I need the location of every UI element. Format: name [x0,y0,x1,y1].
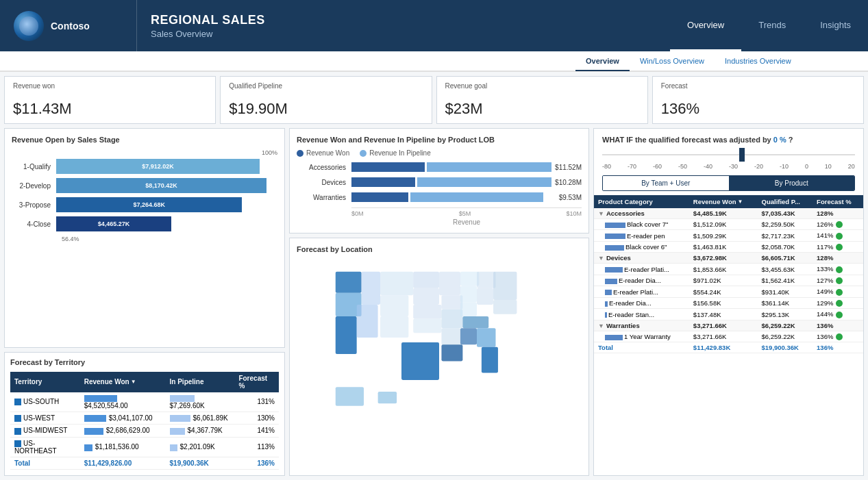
slider-track[interactable] [602,148,855,162]
kpi-revenue-won-label: Revenue won [13,82,207,90]
state-hi [378,392,397,403]
revenue-chart-card: Revenue Won and Revenue In Pipeline by P… [289,128,589,233]
forecast-territory-card: Forecast by Territory Territory Revenue … [4,352,285,476]
checkbox[interactable] [14,415,21,422]
table-row: E-reader Dia... $156.58K $361.14K 129% [594,297,863,308]
kpi-forecast-value: 136% [661,100,855,118]
total-row: Total $11,429.83K $19,900.36K 136% [594,342,863,353]
mini-bar [605,290,612,295]
bar-group-accessories [351,162,551,172]
green-dot [836,289,843,296]
kpi-revenue-goal-value: $23M [445,100,639,118]
legend-pipeline: Revenue In Pipeline [360,149,431,157]
bar-4close: $4,465.27K [56,216,171,231]
legend-dot-pipeline [360,150,367,157]
sub-tab-winloss[interactable]: Win/Loss Overview [630,52,715,71]
sub-tab-overview[interactable]: Overview [575,52,630,71]
sub-nav: Overview Win/Loss Overview Industries Ov… [0,51,868,72]
bar-group-warranties [351,192,556,202]
slider-line [602,154,855,155]
th-qualified-p: Qualified P... [758,195,813,208]
rev-bar [84,428,103,435]
mini-bar [605,335,623,340]
mini-bar [605,312,607,318]
kpi-revenue-goal-label: Revenue goal [445,82,639,90]
toggle-row: By Team + User By Product [602,175,855,191]
state-ak [336,388,364,407]
mini-bar [605,267,623,273]
bar-row-devices: Devices $10.28M [297,177,582,187]
state-wy [380,295,408,316]
th-revenue-won: Revenue Won ▼ [689,195,758,208]
table-row: 1 Year Warranty $3,271.66K $6,259.22K 13… [594,331,863,342]
forecast-territory-title: Forecast by Territory [10,358,279,366]
whatif-qmark: ? [789,136,793,144]
logo-text: Contoso [51,21,90,31]
stage-bars: 1-Qualify $7,912.02K 2-Develop $8,170.42… [12,159,277,231]
nav-tab-trends[interactable]: Trends [741,0,803,51]
pip-bar [170,428,185,435]
left-panel: Revenue Open by Sales Stage 100% 1-Quali… [4,128,285,476]
kpi-qualified-pipeline: Qualified Pipeline $19.90M [220,76,432,124]
state-wi [460,272,480,286]
expand-icon[interactable]: ▼ [598,255,604,262]
expand-icon[interactable]: ▼ [598,210,604,217]
logo-area: Contoso [0,0,137,51]
slider-labels: -80 -70 -60 -50 -40 -30 -20 -10 0 10 20 [602,163,855,170]
pip-bar [170,415,190,422]
th-forecast-pct: Forecast % [813,195,863,208]
product-table-scroll: Product Category Revenue Won ▼ Qualified… [594,195,863,475]
state-nv [357,305,378,338]
state-pa-nj [493,300,517,314]
table-row: Black cover 6" $1,463.81K $2,058.70K 117… [594,241,863,252]
forecast-location-title: Forecast by Location [297,245,582,253]
bars-devices [351,177,551,187]
checkbox[interactable] [14,399,21,405]
stage-row-3propose: 3-Propose $7,264.68K [12,197,277,212]
bars-warranties [351,192,556,202]
mini-bar [605,245,624,251]
checkbox[interactable] [14,440,21,447]
bar-3propose: $7,264.68K [56,197,242,212]
bar-row-warranties: Warranties $9.53M [297,192,582,202]
state-mi [477,272,496,288]
state-tx [401,342,439,380]
expand-icon[interactable]: ▼ [598,323,604,329]
bar-value-devices: $10.28M [555,179,582,186]
stage-row-2develop: 2-Develop $8,170.42K [12,178,277,193]
category-row-warranties: ▼Warranties $3,271.66K $6,259.22K 136% [594,320,863,331]
category-row-devices: ▼Devices $3,672.98K $6,605.71K 128% [594,253,863,264]
kpi-revenue-won-value: $11.43M [13,100,207,118]
stage-label-3propose: 3-Propose [12,201,56,209]
mini-bar [605,223,625,228]
bar-label-devices: Devices [297,179,351,186]
state-mn [439,272,460,295]
state-mo [441,310,462,329]
slider-thumb[interactable] [739,148,745,162]
sub-tab-industries[interactable]: Industries Overview [715,52,802,71]
main-content: Revenue won $11.43M Qualified Pipeline $… [0,72,868,480]
nav-tab-insights[interactable]: Insights [803,0,868,51]
bars-accessories [351,162,551,172]
state-id [362,272,381,305]
toggle-by-product[interactable]: By Product [729,176,855,190]
whatif-header: WHAT IF the qualified forecast was adjus… [594,129,863,148]
pip-bar [170,395,195,402]
nav-tab-overview[interactable]: Overview [670,0,741,51]
stage-label-2develop: 2-Develop [12,182,56,190]
kpi-qualified-pipeline-label: Qualified Pipeline [229,82,423,90]
checkbox[interactable] [14,428,21,435]
table-row: US-NORTHEAST $1,181,536.00 $2,201.09K 11… [10,437,279,457]
bar-pip-devices [417,177,551,187]
bar-won-warranties [351,192,408,202]
bar-1qualify: $7,912.02K [56,159,260,174]
revenue-chart-title: Revenue Won and Revenue In Pipeline by P… [297,136,582,144]
state-ia [441,295,462,310]
toggle-team-user[interactable]: By Team + User [603,176,729,190]
mini-bar [605,233,625,239]
table-row: Black cover 7" $1,512.09K $2,259.50K 126… [594,219,863,230]
state-ca [336,316,357,354]
panels-row: Revenue Open by Sales Stage 100% 1-Quali… [4,128,864,476]
state-il [460,286,477,303]
green-dot [836,221,843,228]
